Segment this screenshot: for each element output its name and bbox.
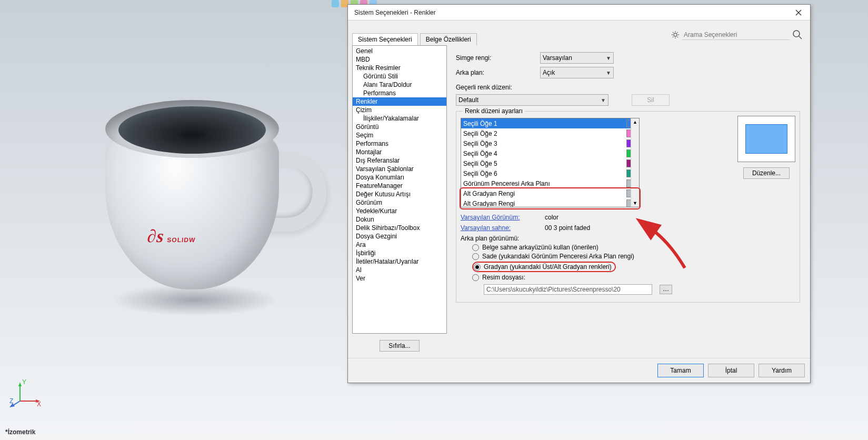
gear-icon <box>671 31 680 39</box>
radio-image-file[interactable]: Resim dosyası: <box>472 274 732 281</box>
svg-line-19 <box>677 32 678 33</box>
tree-item[interactable]: Al <box>353 266 446 274</box>
tree-item[interactable]: Dokun <box>353 215 446 224</box>
group-title: Renk düzeni ayarları <box>463 107 525 115</box>
svg-line-18 <box>673 37 673 37</box>
view-orientation-label: *İzometrik <box>5 428 35 436</box>
svg-point-11 <box>674 33 677 36</box>
cancel-button[interactable]: İptal <box>708 364 754 377</box>
dialog-title: Sistem Seçenekleri - Renkler <box>352 9 791 16</box>
tree-item[interactable]: Varsayılan Şablonlar <box>353 165 446 173</box>
tab-system-options[interactable]: Sistem Seçenekleri <box>352 33 418 45</box>
color-list-item[interactable]: Seçili Öğe 6 <box>461 168 639 178</box>
default-scene-link[interactable]: Varsayılan sahne: <box>461 224 540 232</box>
color-list-item[interactable]: Seçili Öğe 2 <box>461 128 639 138</box>
color-list-item[interactable]: Seçili Öğe 5 <box>461 158 639 168</box>
tree-item[interactable]: Dış Referanslar <box>353 156 446 165</box>
tree-item[interactable]: Görüntü <box>353 123 446 131</box>
default-appearance-link[interactable]: Varsayılan Görünüm: <box>461 214 540 221</box>
brand-logo: ∂sSOLIDW <box>146 226 196 246</box>
system-options-dialog: Sistem Seçenekleri - Renkler Sistem Seçe… <box>347 4 811 383</box>
tree-item[interactable]: FeatureManager <box>353 182 446 190</box>
tree-item[interactable]: Ver <box>353 274 446 283</box>
tab-document-properties[interactable]: Belge Özellikleri <box>420 33 477 45</box>
image-file-path[interactable]: C:\Users\skucukyildiz\Pictures\Screenpre… <box>484 284 652 295</box>
svg-text:Y: Y <box>22 378 26 386</box>
tree-item[interactable]: Montajlar <box>353 148 446 156</box>
search-input[interactable] <box>682 30 790 40</box>
delete-scheme-button: Sil <box>632 94 670 106</box>
icon-color-label: Simge rengi: <box>456 54 535 62</box>
tree-item[interactable]: Değer Kutusu Artışı <box>353 190 446 198</box>
axis-triad: Y X Z <box>9 377 41 408</box>
svg-text:Z: Z <box>9 397 13 405</box>
radio-plain[interactable]: Sade (yukarıdaki Görünüm Penceresi Arka … <box>472 253 732 260</box>
tree-item[interactable]: Performans <box>353 89 446 97</box>
tree-item[interactable]: Genel <box>353 47 446 55</box>
tree-item[interactable]: Renkler <box>353 97 446 106</box>
color-list-item[interactable]: Görünüm Penceresi Arka Planı <box>461 178 639 188</box>
color-list-item[interactable]: Seçili Öğe 1 <box>461 118 639 128</box>
tree-item[interactable]: İlişkiler/Yakalamalar <box>353 114 446 123</box>
tree-item[interactable]: Delik Sihirbazı/Toolbox <box>353 224 446 232</box>
edit-color-button[interactable]: Düzenle... <box>743 167 790 179</box>
svg-line-17 <box>677 37 678 37</box>
tree-item[interactable]: Çizim <box>353 106 446 114</box>
close-button[interactable] <box>791 7 806 18</box>
color-settings-list[interactable]: Seçili Öğe 1Seçili Öğe 2Seçili Öğe 3Seçi… <box>461 118 640 207</box>
viewport-model: ∂sSOLIDW <box>89 63 321 337</box>
options-search[interactable] <box>671 29 803 41</box>
tree-item[interactable]: Teknik Resimler <box>353 64 446 72</box>
browse-button[interactable]: … <box>660 285 672 294</box>
tree-item[interactable]: Performans <box>353 139 446 148</box>
tree-item[interactable]: İletiler/Hatalar/Uyarılar <box>353 257 446 266</box>
tree-item[interactable]: Dosya Konumları <box>353 173 446 182</box>
svg-line-21 <box>799 36 802 39</box>
close-icon <box>795 9 802 16</box>
search-icon[interactable] <box>792 29 803 40</box>
scheme-label: Geçerli renk düzeni: <box>456 84 800 91</box>
icon-color-combo[interactable]: Varsayılan▼ <box>540 52 614 64</box>
svg-text:X: X <box>37 401 41 408</box>
radio-use-document-scene[interactable]: Belge sahne arkayüzünü kullan (önerilen) <box>472 244 732 251</box>
bg-appearance-label: Arka plan görünümü: <box>461 235 732 242</box>
chevron-down-icon: ▼ <box>606 70 611 76</box>
svg-marker-1 <box>18 382 22 386</box>
tree-item[interactable]: İşbirliği <box>353 249 446 257</box>
list-scrollbar[interactable]: ▲ ▼ <box>631 118 639 207</box>
color-scheme-group: Renk düzeni ayarları Seçili Öğe 1Seçili … <box>456 111 800 303</box>
color-list-item[interactable]: Alt Gradyan Rengi <box>461 198 639 207</box>
color-list-item[interactable]: Seçili Öğe 4 <box>461 148 639 158</box>
tree-item[interactable]: Seçim <box>353 131 446 139</box>
chevron-down-icon: ▼ <box>606 55 611 61</box>
annotation-highlight-radio: Gradyan (yukarıdaki Üst/Alt Gradyan renk… <box>472 262 616 272</box>
options-tree[interactable]: GenelMBDTeknik ResimlerGörüntü StiliAlan… <box>352 45 447 334</box>
dialog-footer: Tamam İptal Yardım <box>348 358 810 383</box>
svg-line-16 <box>673 32 673 33</box>
help-button[interactable]: Yardım <box>759 364 805 377</box>
color-list-item[interactable]: Alt Gradyan Rengi <box>461 188 639 198</box>
default-appearance-value: color <box>545 214 558 221</box>
radio-gradient[interactable]: Gradyan (yukarıdaki Üst/Alt Gradyan renk… <box>472 262 732 272</box>
color-list-item[interactable]: Seçili Öğe 3 <box>461 138 639 148</box>
tree-item[interactable]: MBD <box>353 55 446 64</box>
reset-button[interactable]: Sıfırla... <box>380 340 419 352</box>
tree-item[interactable]: Görünüm <box>353 198 446 207</box>
color-preview <box>737 116 795 162</box>
tree-item[interactable]: Alanı Tara/Doldur <box>353 81 446 89</box>
scheme-combo[interactable]: Default▼ <box>456 94 608 106</box>
default-scene-value: 00 3 point faded <box>545 224 590 232</box>
tree-item[interactable]: Yedekle/Kurtar <box>353 207 446 215</box>
colors-settings-pane: Simge rengi: Varsayılan▼ Arka plan: Açık… <box>452 45 806 358</box>
tree-item[interactable]: Görüntü Stili <box>353 72 446 81</box>
background-label: Arka plan: <box>456 69 535 76</box>
dialog-titlebar[interactable]: Sistem Seçenekleri - Renkler <box>348 5 810 21</box>
tree-item[interactable]: Dosya Gezgini <box>353 232 446 241</box>
tree-item[interactable]: Ara <box>353 241 446 249</box>
scroll-up-icon[interactable]: ▲ <box>631 118 639 126</box>
scroll-down-icon[interactable]: ▼ <box>631 199 639 207</box>
ok-button[interactable]: Tamam <box>657 364 704 377</box>
chevron-down-icon: ▼ <box>601 97 606 103</box>
background-combo[interactable]: Açık▼ <box>540 67 614 78</box>
svg-point-20 <box>793 31 800 37</box>
